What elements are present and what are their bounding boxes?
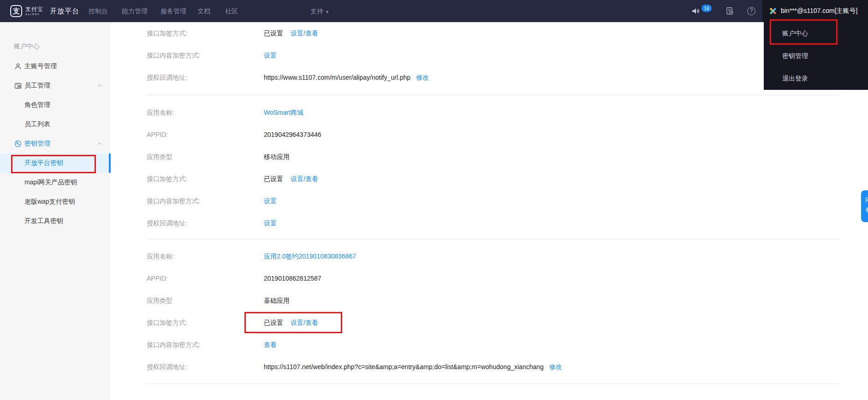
field-label: 应用名称: xyxy=(147,108,264,117)
dropdown-item-logout[interactable]: 退出登录 xyxy=(764,67,868,90)
field-row-appid: APPID:2019042964373446 xyxy=(147,130,321,139)
set-link[interactable]: 设置 xyxy=(264,196,277,206)
modify-link[interactable]: 修改 xyxy=(549,362,562,371)
appid-value: 2019042964373446 xyxy=(264,130,321,139)
document-clock-icon xyxy=(725,6,734,16)
feedback-tab-text: 问 xyxy=(865,195,868,205)
sidebar-item-staff-management[interactable]: 员工管理 xyxy=(0,76,111,95)
modify-link[interactable]: 修改 xyxy=(416,73,429,82)
app-type-value: 移动应用 xyxy=(264,152,290,161)
set-view-link[interactable]: 设置/查看 xyxy=(291,29,318,38)
callback-url-value: https://www.s1107.com/m/user/alipay/noti… xyxy=(264,73,410,82)
dropdown-item-key-management[interactable]: 密钥管理 xyxy=(764,45,868,67)
alipay-logo-icon: 支 xyxy=(10,5,22,17)
field-row-content-encryption: 接口内容加密方式:查看 xyxy=(147,340,277,349)
app-name-link[interactable]: WoSmart商城 xyxy=(264,108,303,117)
help-button[interactable]: ? xyxy=(747,0,755,22)
field-row-app-type: 应用类型移动应用 xyxy=(147,152,290,161)
sidebar-item-staff-list[interactable]: 员工列表 xyxy=(0,115,111,134)
speaker-icon xyxy=(691,6,700,16)
sidebar: 账户中心 主账号管理 员工管理 xyxy=(0,22,111,400)
sidebar-item-role-management[interactable]: 角色管理 xyxy=(0,95,111,115)
sidebar-item-devtool-keys[interactable]: 开发工具密钥 xyxy=(0,212,111,231)
field-label: 授权回调地址: xyxy=(147,73,264,82)
field-row-sign-method: 接口加签方式:已设置设置/查看 xyxy=(147,318,318,327)
nav-item-service[interactable]: 服务管理 xyxy=(161,0,186,22)
account-dropdown-menu: 账户中心 密钥管理 退出登录 xyxy=(764,22,868,90)
brand-product-title: 开放平台 xyxy=(50,7,79,16)
nav-item-docs[interactable]: 文档 xyxy=(197,0,210,22)
brand-name-en: ALIPAY xyxy=(25,13,43,16)
feedback-side-tab[interactable]: 问 卷 xyxy=(861,190,868,222)
person-icon xyxy=(14,63,22,70)
nav-item-capability[interactable]: 能力管理 xyxy=(122,0,148,22)
field-row-app-type: 应用类型基础应用 xyxy=(147,296,290,305)
chevron-up-icon[interactable] xyxy=(97,141,102,147)
view-link[interactable]: 查看 xyxy=(264,340,277,349)
field-label: 接口内容加密方式: xyxy=(147,196,264,206)
chevron-up-icon[interactable] xyxy=(97,83,102,88)
set-view-link[interactable]: 设置/查看 xyxy=(291,174,318,183)
app-name-link[interactable]: 应用2.0签约2019010830836867 xyxy=(264,252,356,261)
sidebar-item-legacy-wap-keys[interactable]: 老版wap支付密钥 xyxy=(0,192,111,212)
sidebar-header-label: 账户中心 xyxy=(14,42,40,51)
sidebar-header: 账户中心 xyxy=(0,37,111,56)
account-menu-trigger[interactable]: bin***@s1107.com[主账号] xyxy=(762,0,868,22)
field-status: 已设置 xyxy=(264,318,283,327)
nav-item-support-label: 支持 xyxy=(310,7,323,15)
set-link[interactable]: 设置 xyxy=(264,51,277,60)
field-label: 应用类型 xyxy=(147,296,264,305)
nav-item-support[interactable]: 支持▼ xyxy=(310,0,329,22)
field-label: 应用名称: xyxy=(147,252,264,261)
field-row-content-encryption: 接口内容加密方式:设置 xyxy=(147,196,277,206)
help-icon: ? xyxy=(747,7,755,15)
tasks-button[interactable] xyxy=(725,0,734,22)
notification-count-badge: 16 xyxy=(702,5,712,12)
set-view-link[interactable]: 设置/查看 xyxy=(291,318,318,327)
sidebar-item-key-management[interactable]: 密钥管理 xyxy=(0,134,111,153)
nav-item-community[interactable]: 社区 xyxy=(225,0,238,22)
section-divider xyxy=(147,95,838,95)
sidebar-item-label: 开发工具密钥 xyxy=(24,217,63,225)
page: 支 支付宝 ALIPAY 开放平台 控制台 能力管理 服务管理 文档 社区 支持… xyxy=(0,0,868,400)
field-row-callback-url: 授权回调地址:https://www.s1107.com/m/user/alip… xyxy=(147,73,429,82)
caret-down-icon: ▼ xyxy=(325,10,329,14)
feedback-tab-text: 卷 xyxy=(865,205,868,215)
field-row-appid: APPID:2019010862812587 xyxy=(147,274,321,283)
key-icon xyxy=(14,140,22,147)
nav-item-console[interactable]: 控制台 xyxy=(89,0,108,22)
brand-wordmark: 支付宝 ALIPAY xyxy=(25,6,43,16)
field-status: 已设置 xyxy=(264,29,283,38)
sidebar-item-main-account[interactable]: 主账号管理 xyxy=(0,57,111,76)
field-label: 接口加签方式: xyxy=(147,174,264,183)
field-row-callback-url: 授权回调地址:设置 xyxy=(147,218,277,228)
sidebar-item-label: 开放平台密钥 xyxy=(24,159,63,167)
field-row-sign-method: 接口加签方式:已设置设置/查看 xyxy=(147,174,318,183)
field-label: 接口加签方式: xyxy=(147,29,264,38)
field-row-app-name: 应用名称:应用2.0签约2019010830836867 xyxy=(147,252,356,261)
field-status: 已设置 xyxy=(264,174,283,183)
callback-url-value: https://s1107.net/web/index.php?c=site&a… xyxy=(264,362,544,371)
appid-value: 2019010862812587 xyxy=(264,274,321,283)
sidebar-item-label: 员工管理 xyxy=(24,82,50,90)
set-link[interactable]: 设置 xyxy=(264,218,277,228)
sidebar-item-open-platform-keys[interactable]: 开放平台密钥 xyxy=(0,153,111,173)
notifications-button[interactable] xyxy=(691,0,700,22)
id-card-icon xyxy=(14,82,22,89)
avatar-x-icon xyxy=(769,7,777,15)
brand-logo-link[interactable]: 支 支付宝 ALIPAY 开放平台 xyxy=(10,0,79,22)
sidebar-item-mapi-keys[interactable]: mapi网关产品密钥 xyxy=(0,173,111,192)
brand-name-cn: 支付宝 xyxy=(25,6,43,12)
field-label: 授权回调地址: xyxy=(147,218,264,228)
field-label: 授权回调地址: xyxy=(147,362,264,371)
section-divider xyxy=(147,383,838,384)
field-label: 接口内容加密方式: xyxy=(147,51,264,60)
field-row-app-name: 应用名称:WoSmart商城 xyxy=(147,108,303,117)
app-type-value: 基础应用 xyxy=(264,296,290,305)
field-row-sign-method: 接口加签方式:已设置设置/查看 xyxy=(147,29,318,38)
field-label: 应用类型 xyxy=(147,152,264,161)
sidebar-item-label: 员工列表 xyxy=(24,120,50,129)
field-label: APPID: xyxy=(147,130,264,139)
dropdown-item-account-center[interactable]: 账户中心 xyxy=(764,22,868,45)
top-navbar: 支 支付宝 ALIPAY 开放平台 控制台 能力管理 服务管理 文档 社区 支持… xyxy=(0,0,868,22)
